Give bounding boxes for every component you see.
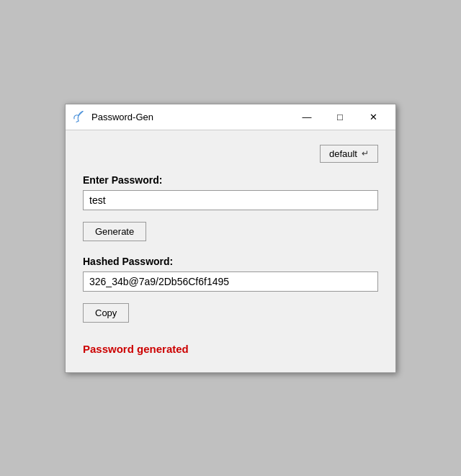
password-section: Enter Password:: [83, 174, 378, 219]
default-label: default: [329, 148, 357, 159]
window-controls: — □ ✕: [290, 104, 390, 130]
hashed-section: Hashed Password:: [83, 256, 378, 300]
maximize-button[interactable]: □: [323, 104, 357, 130]
app-window: Password-Gen — □ ✕ default ↵ Enter Passw…: [65, 104, 396, 373]
toolbar-area: default ↵: [83, 145, 378, 163]
minimize-button[interactable]: —: [290, 104, 323, 130]
close-button[interactable]: ✕: [357, 104, 390, 130]
main-content: default ↵ Enter Password: Generate Hashe…: [66, 130, 395, 372]
generate-button[interactable]: Generate: [83, 222, 146, 241]
app-icon: [71, 109, 86, 124]
hashed-label: Hashed Password:: [83, 256, 378, 267]
copy-button[interactable]: Copy: [83, 303, 129, 323]
status-message: Password generated: [83, 343, 378, 355]
password-label: Enter Password:: [83, 174, 378, 186]
window-title: Password-Gen: [91, 112, 290, 122]
enter-icon: ↵: [362, 148, 369, 158]
default-button[interactable]: default ↵: [320, 145, 378, 163]
hashed-input[interactable]: [83, 271, 378, 292]
titlebar: Password-Gen — □ ✕: [66, 104, 395, 130]
password-input[interactable]: [83, 190, 378, 210]
